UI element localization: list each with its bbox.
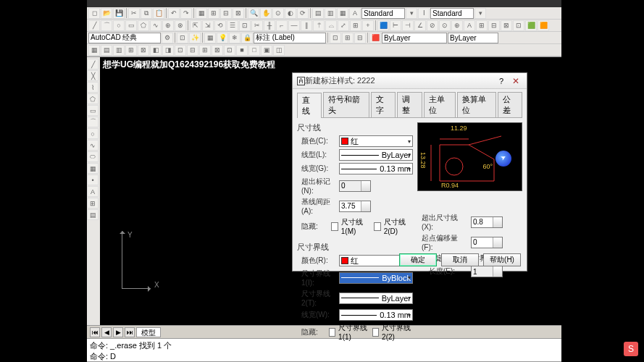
tb-btn[interactable]: + bbox=[362, 20, 374, 31]
tb-btn[interactable]: ❄ bbox=[229, 33, 241, 43]
tab-fit[interactable]: 调整 bbox=[397, 92, 422, 117]
draw-rect-icon[interactable]: ▭ bbox=[87, 105, 99, 116]
tb-btn[interactable]: — bbox=[288, 20, 300, 31]
extline-lw-combo[interactable]: 0.13 mm bbox=[339, 309, 413, 321]
tb-btn[interactable]: ▦ bbox=[337, 8, 348, 19]
tb-btn[interactable]: ⊞ bbox=[342, 33, 354, 43]
workspace-combo[interactable]: AutoCAD 经典 bbox=[88, 33, 161, 43]
tb-paste-icon[interactable]: 📋 bbox=[153, 8, 164, 19]
draw-line-icon[interactable]: ╱ bbox=[87, 59, 99, 70]
extline-hide1-check[interactable] bbox=[329, 328, 335, 337]
tb-dim-linear-icon[interactable]: ⊢ bbox=[390, 20, 401, 31]
tb-btn[interactable]: ▦ bbox=[196, 8, 207, 19]
tb-dim-rad-icon[interactable]: ⊘ bbox=[427, 20, 438, 31]
tb-copy-icon[interactable]: ⧉ bbox=[141, 8, 152, 19]
tb-btn[interactable]: ✂ bbox=[251, 20, 263, 31]
tb-btn[interactable]: ⊞ bbox=[199, 45, 211, 56]
ok-button[interactable]: 确定 bbox=[399, 253, 437, 266]
tb-open-icon[interactable]: 📂 bbox=[101, 8, 112, 19]
draw-xline-icon[interactable]: ╳ bbox=[87, 70, 99, 81]
tb-btn[interactable]: A bbox=[464, 20, 475, 31]
tb-btn[interactable]: ☰ bbox=[227, 20, 238, 31]
linetype-combo[interactable]: ByLayer bbox=[448, 33, 498, 43]
tb-btn[interactable]: ⇲ bbox=[202, 20, 214, 31]
tb-rect-icon[interactable]: ▭ bbox=[125, 20, 137, 31]
tab-next-icon[interactable]: ▶ bbox=[113, 327, 123, 337]
tb-btn[interactable]: 🟧 bbox=[538, 20, 549, 31]
draw-arc-icon[interactable]: ⌒ bbox=[87, 117, 99, 127]
help-button[interactable]: 帮助(H) bbox=[483, 253, 521, 266]
close-icon[interactable]: ✕ bbox=[509, 75, 522, 87]
tb-btn[interactable]: ∥ bbox=[301, 20, 312, 31]
annotation-combo[interactable]: 标注 (Label) bbox=[254, 33, 326, 43]
tb-btn[interactable]: ⊡ bbox=[239, 20, 251, 31]
tb-btn[interactable]: ⊟ bbox=[354, 33, 366, 43]
tb-btn[interactable]: 🟩 bbox=[525, 20, 537, 31]
dimstyle-combo[interactable]: Standard bbox=[430, 8, 474, 19]
tb-btn[interactable]: Ⅰ bbox=[418, 8, 430, 19]
dimline-linetype-combo[interactable]: ByLayer bbox=[339, 149, 413, 161]
tb-btn[interactable]: ⊟ bbox=[488, 20, 500, 31]
draw-text-icon[interactable]: A bbox=[87, 186, 99, 197]
tb-btn[interactable]: ■ bbox=[236, 45, 248, 56]
layer-combo[interactable]: ByLayer bbox=[382, 33, 447, 43]
tb-btn[interactable]: ⇱ bbox=[190, 20, 201, 31]
tb-btn[interactable]: ⟳ bbox=[297, 8, 309, 19]
draw-spline-icon[interactable]: ∿ bbox=[87, 140, 99, 151]
tab-tol[interactable]: 公差 bbox=[498, 92, 522, 117]
menubar[interactable] bbox=[87, 0, 561, 7]
dialog-titlebar[interactable]: 🄰 新建标注样式: 2222 ? ✕ bbox=[293, 73, 527, 89]
tb-line-icon[interactable]: ╱ bbox=[88, 20, 100, 31]
tb-btn[interactable]: ⊠ bbox=[233, 8, 244, 19]
dimline-color-combo[interactable]: 红 bbox=[339, 135, 413, 147]
tb-circle-icon[interactable]: ○ bbox=[113, 20, 125, 31]
tb-btn[interactable]: ╫ bbox=[264, 20, 275, 31]
offset-spin[interactable]: 0 bbox=[471, 237, 503, 248]
dimline-hide2-check[interactable] bbox=[374, 222, 381, 231]
dimline-baseline-spin[interactable]: 3.75 bbox=[339, 201, 371, 212]
tb-btn[interactable]: ▤ bbox=[312, 8, 324, 19]
draw-region-icon[interactable]: ⊞ bbox=[87, 198, 99, 209]
tb-btn[interactable]: ◫ bbox=[273, 45, 285, 56]
draw-pline-icon[interactable]: ⌇ bbox=[87, 82, 99, 93]
tb-redo-icon[interactable]: ↷ bbox=[180, 8, 192, 19]
tb-btn[interactable]: ⊕ bbox=[162, 20, 174, 31]
tb-btn[interactable]: ✨ bbox=[189, 33, 201, 43]
tb-zoom-icon[interactable]: 🔍 bbox=[248, 8, 259, 19]
tab-alt[interactable]: 换算单位 bbox=[457, 92, 496, 117]
tb-btn[interactable]: ⊟ bbox=[187, 45, 198, 56]
tb-gear-icon[interactable]: ⚙ bbox=[162, 33, 173, 43]
tb-btn[interactable]: ▥ bbox=[113, 45, 125, 56]
tab-prev-icon[interactable]: ◀ bbox=[101, 327, 112, 337]
extline-2-combo[interactable]: ByLayer bbox=[339, 292, 413, 304]
tb-btn[interactable]: □ bbox=[248, 45, 260, 56]
tb-btn[interactable]: ▾ bbox=[406, 8, 417, 19]
tb-btn[interactable]: ▾ bbox=[474, 8, 486, 19]
tb-btn[interactable]: ∿ bbox=[150, 20, 162, 31]
tb-btn[interactable]: ⊞ bbox=[125, 45, 137, 56]
tb-btn[interactable]: ◨ bbox=[162, 45, 174, 56]
ime-indicator-icon[interactable]: S bbox=[624, 342, 638, 356]
textstyle-combo[interactable]: Standard bbox=[361, 8, 405, 19]
tb-arc-icon[interactable]: ⌒ bbox=[101, 20, 112, 31]
tb-cut-icon[interactable]: ✂ bbox=[128, 8, 140, 19]
tb-btn[interactable]: ⤢ bbox=[338, 20, 349, 31]
tb-btn[interactable]: ⊠ bbox=[501, 20, 512, 31]
tb-btn[interactable]: ◐ bbox=[285, 8, 296, 19]
ext-beyond-spin[interactable]: 0.8 bbox=[471, 216, 503, 228]
tb-btn[interactable]: ⊡ bbox=[330, 33, 341, 43]
tb-btn[interactable]: ⊗ bbox=[175, 20, 186, 31]
tb-btn[interactable]: 💡 bbox=[217, 33, 228, 43]
tb-btn[interactable]: ⍑ bbox=[313, 20, 325, 31]
tb-btn[interactable]: ⌓ bbox=[325, 20, 337, 31]
draw-circle-icon[interactable]: ○ bbox=[87, 128, 99, 139]
tb-btn[interactable]: ⊟ bbox=[220, 8, 232, 19]
extline-hide2-check[interactable] bbox=[372, 328, 379, 337]
tb-btn[interactable]: ⊡ bbox=[175, 45, 186, 56]
tab-lines[interactable]: 直线 bbox=[297, 93, 322, 118]
dimline-hide1-check[interactable] bbox=[331, 222, 338, 231]
tb-btn[interactable]: ⊙ bbox=[439, 20, 451, 31]
tb-layer-icon[interactable]: ▦ bbox=[204, 33, 216, 43]
tb-save-icon[interactable]: 💾 bbox=[113, 8, 125, 19]
model-tab[interactable]: 模型 bbox=[136, 327, 161, 337]
